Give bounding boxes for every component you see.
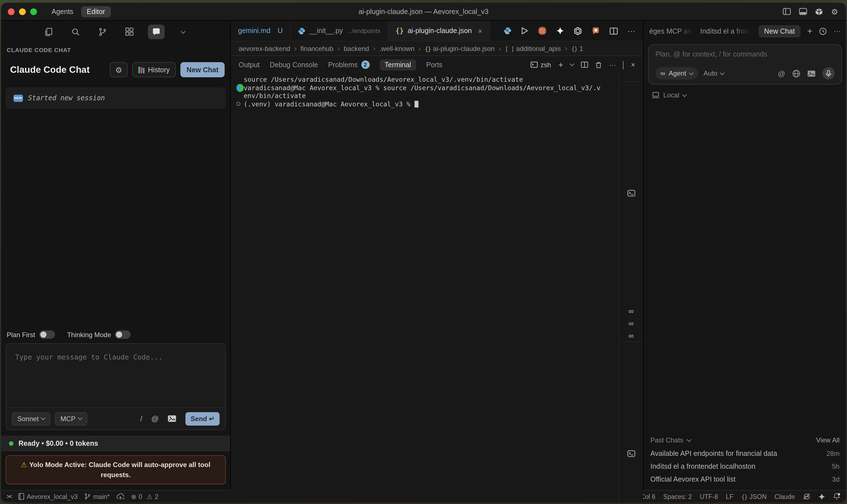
history-button[interactable]: History — [132, 62, 176, 77]
more-actions-icon[interactable]: ··· — [628, 26, 635, 35]
python-env-icon[interactable] — [504, 27, 511, 35]
chat-tab-new-chat[interactable]: New Chat — [758, 25, 800, 37]
language-mode-indicator[interactable]: {}JSON — [741, 493, 766, 500]
mode-tab-agents[interactable]: Agents — [52, 7, 73, 15]
indentation-indicator[interactable]: Spaces: 2 — [663, 493, 692, 500]
image-attach-icon[interactable] — [168, 415, 177, 422]
chat-tab-2[interactable]: Indítsd el a fronten — [700, 28, 752, 35]
past-chat-item[interactable]: Indítsd el a frontendet localhoston5h — [650, 460, 840, 473]
sync-changes-icon[interactable] — [117, 493, 124, 500]
model-auto-select[interactable]: Auto — [704, 69, 723, 77]
tab-problems[interactable]: Problems2 — [328, 60, 369, 69]
mention-icon[interactable]: @ — [151, 414, 159, 423]
web-globe-icon[interactable] — [792, 69, 800, 77]
past-chat-item[interactable]: Official Aevorex API tool list3d — [650, 473, 840, 486]
image-attach-icon[interactable] — [807, 70, 815, 77]
tab-init-py[interactable]: __init__.py.../endpoints — [290, 21, 388, 41]
zoom-window-button[interactable] — [30, 8, 37, 15]
tab-ports[interactable]: Ports — [426, 61, 443, 69]
model-select[interactable]: Sonnet — [12, 412, 50, 425]
chat-bubble-icon[interactable] — [147, 25, 164, 39]
new-terminal-icon[interactable]: + — [558, 60, 563, 69]
close-window-button[interactable] — [8, 8, 15, 15]
sparkle-icon[interactable] — [818, 493, 825, 500]
model-indicator[interactable]: Claude — [774, 493, 795, 500]
source-control-icon[interactable] — [94, 25, 111, 39]
view-all-link[interactable]: View All — [816, 436, 840, 444]
breadcrumb-item[interactable]: {}ai-plugin-claude.json› — [425, 44, 505, 53]
more-terminal-actions-icon[interactable]: ··· — [609, 61, 616, 69]
tab-debug-console[interactable]: Debug Console — [270, 61, 318, 69]
terminal-content[interactable]: source /Users/varadicsanad/Downloads/Aev… — [231, 73, 618, 502]
chat-tab-1[interactable]: éges MCP arc — [649, 28, 693, 35]
breadcrumb-item[interactable]: {}1 — [571, 44, 583, 52]
close-panel-icon[interactable]: × — [631, 60, 635, 69]
toggle-bottom-panel-icon[interactable] — [799, 8, 808, 15]
claude-chat-bubble-icon[interactable] — [592, 26, 600, 35]
slash-command-icon[interactable]: / — [140, 414, 142, 423]
assistant-input[interactable]: Plan, @ for context, / for commands ∞Age… — [648, 44, 842, 85]
tab-gemini-md[interactable]: gemini.mdU — [231, 21, 290, 41]
terminal-session-item[interactable]: ∞ — [621, 342, 640, 502]
split-editor-icon[interactable] — [610, 27, 618, 34]
terminal-session-item[interactable]: ∞ — [621, 305, 640, 317]
breadcrumb-item[interactable]: backend› — [344, 44, 379, 53]
terminal-dropdown-icon[interactable] — [570, 61, 575, 66]
openai-icon[interactable] — [574, 26, 582, 35]
thinking-mode-switch[interactable] — [115, 330, 131, 339]
files-icon[interactable] — [40, 25, 57, 39]
more-chat-actions-icon[interactable]: ··· — [833, 28, 841, 35]
agent-mode-select[interactable]: ∞Agent — [655, 67, 698, 79]
copilot-disabled-icon[interactable] — [803, 493, 811, 500]
claude-message-input[interactable]: Type your message to Claude Code... Sonn… — [5, 343, 226, 430]
close-tab-icon[interactable]: × — [478, 26, 482, 35]
shell-label[interactable]: zsh — [530, 61, 551, 69]
past-chat-item[interactable]: Available API endpoints for financial da… — [650, 447, 840, 460]
toggle-left-panel-icon[interactable] — [783, 8, 791, 15]
tab-ai-plugin-claude-json[interactable]: {} ai-plugin-claude.json × — [388, 21, 490, 41]
tab-terminal[interactable]: Terminal — [380, 59, 416, 70]
location-select[interactable]: Local — [643, 85, 846, 99]
minimize-window-button[interactable] — [19, 8, 26, 15]
encoding-indicator[interactable]: UTF-8 — [700, 493, 718, 500]
terminal-session-item[interactable]: ∞ — [621, 329, 640, 342]
past-chats-label[interactable]: Past Chats — [650, 436, 683, 444]
breadcrumb-item[interactable]: financehub› — [301, 44, 344, 53]
mention-icon[interactable]: @ — [778, 69, 785, 77]
breadcrumb-item[interactable]: .well-known› — [379, 44, 425, 53]
new-chat-button[interactable]: New Chat — [180, 62, 225, 77]
run-file-icon[interactable] — [521, 27, 528, 35]
send-button[interactable]: Send ↵ — [186, 412, 219, 425]
search-icon[interactable] — [67, 25, 84, 39]
thinking-mode-toggle[interactable]: Thinking Mode — [67, 330, 130, 339]
tab-output[interactable]: Output — [239, 61, 260, 69]
box-icon[interactable] — [815, 7, 823, 15]
gemini-sparkle-icon[interactable] — [556, 27, 564, 35]
microphone-icon[interactable] — [822, 67, 834, 79]
plan-first-switch[interactable] — [39, 330, 55, 339]
git-branch-indicator[interactable]: main* — [84, 493, 110, 500]
mode-tab-editor[interactable]: Editor — [81, 6, 111, 17]
breadcrumb[interactable]: aevorex-backend›financehub›backend›.well… — [231, 41, 643, 55]
maximize-panel-icon[interactable] — [623, 61, 624, 69]
split-terminal-icon[interactable] — [581, 61, 588, 68]
chevron-down-icon[interactable] — [175, 25, 191, 39]
claude-settings-button[interactable]: ⚙ — [109, 62, 128, 77]
mcp-select[interactable]: MCP — [55, 412, 87, 425]
plan-first-toggle[interactable]: Plan First — [7, 330, 55, 339]
breadcrumb-item[interactable]: aevorex-backend› — [239, 44, 301, 53]
kill-terminal-icon[interactable] — [596, 61, 602, 68]
extensions-icon[interactable] — [121, 25, 138, 39]
terminal-session-item[interactable]: ∞ — [621, 81, 640, 305]
settings-gear-icon[interactable]: ⚙ — [831, 7, 838, 16]
eol-indicator[interactable]: LF — [726, 493, 734, 500]
terminal-session-item[interactable]: ∞ — [621, 317, 640, 329]
project-name[interactable]: Aevorex_local_v3 — [18, 493, 77, 500]
notifications-bell-icon[interactable] — [833, 493, 840, 500]
problems-indicator[interactable]: ⊗0 ⚠2 — [131, 492, 159, 500]
claude-starburst-icon[interactable] — [538, 26, 547, 35]
history-clock-icon[interactable] — [819, 28, 827, 35]
new-chat-plus-icon[interactable]: + — [807, 26, 813, 36]
remote-indicator-icon[interactable]: >< — [7, 493, 11, 500]
breadcrumb-item[interactable]: [ ]additional_apis› — [505, 44, 571, 53]
